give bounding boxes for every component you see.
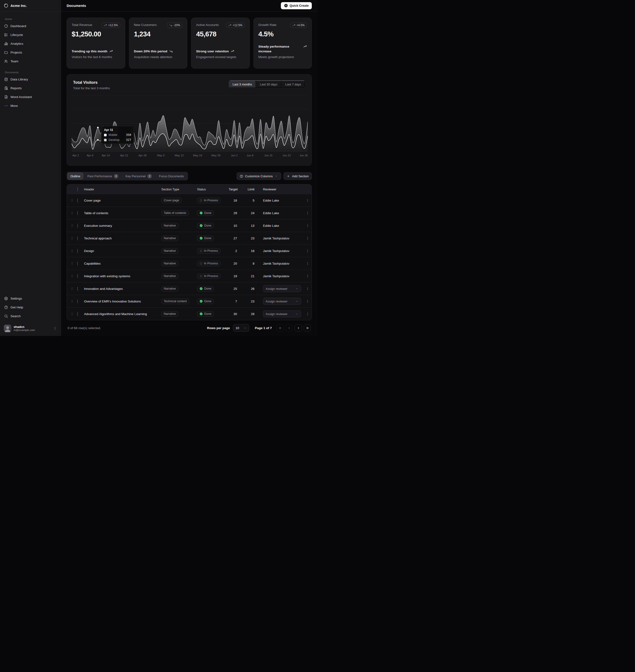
sidebar-item-projects[interactable]: Projects [2,48,59,57]
row-menu-button[interactable] [304,286,311,292]
row-checkbox[interactable] [78,224,78,228]
row-header-cell[interactable]: Overview of EMR's Innovative Solutions [84,299,161,303]
rows-per-page-select[interactable]: 10 [233,324,249,332]
limit-cell[interactable]: 24 [237,211,255,215]
select-all-checkbox[interactable] [78,187,78,191]
limit-cell[interactable]: 26 [237,287,255,291]
row-checkbox[interactable] [78,262,78,266]
target-cell[interactable]: 20 [229,262,237,265]
drag-handle-icon[interactable] [70,312,74,316]
drag-handle-icon[interactable] [70,299,74,303]
target-cell[interactable]: 10 [229,224,237,227]
limit-cell[interactable]: 13 [237,224,255,227]
customize-columns-button[interactable]: Customize Columns [237,172,281,180]
limit-cell[interactable]: 28 [237,312,255,316]
chevron-right-icon [297,326,300,330]
limit-cell[interactable]: 8 [237,262,255,265]
sidebar-item-reports[interactable]: Reports [2,84,59,92]
sidebar-item-analytics[interactable]: Analytics [2,40,59,48]
row-checkbox[interactable] [78,211,78,215]
row-checkbox[interactable] [78,274,78,278]
limit-cell[interactable]: 23 [237,237,255,240]
target-cell[interactable]: 30 [229,312,237,316]
row-menu-button[interactable] [304,223,311,229]
drag-handle-icon[interactable] [70,199,74,202]
row-menu-button[interactable] [304,273,311,279]
target-cell[interactable]: 27 [229,237,237,240]
tab-past-performance[interactable]: Past Performance 3 [84,173,122,180]
drag-handle-icon[interactable] [70,287,74,290]
row-menu-button[interactable] [304,197,311,203]
row-menu-button[interactable] [304,311,311,317]
row-header-cell[interactable]: Advanced Algorithms and Machine Learning [84,312,161,316]
last-page-button[interactable] [304,324,311,332]
target-cell[interactable]: 18 [229,199,237,202]
sidebar-item-dashboard[interactable]: Dashboard [2,22,59,30]
row-header-cell[interactable]: Cover page [84,199,161,202]
row-checkbox[interactable] [78,299,78,304]
quick-create-button[interactable]: Quick Create [281,2,312,9]
lifecycle-icon [4,33,8,37]
range-tab-last-30-days[interactable]: Last 30 days [256,81,282,88]
brand-button[interactable]: Acme Inc. [2,2,29,9]
target-cell[interactable]: 19 [229,274,237,278]
range-tab-last-3-months[interactable]: Last 3 months [229,81,256,88]
target-cell[interactable]: 7 [229,299,237,303]
row-header-cell[interactable]: Capabilities [84,262,161,265]
row-menu-button[interactable] [304,298,311,304]
row-checkbox[interactable] [78,249,78,253]
drag-handle-icon[interactable] [70,262,74,265]
row-header-cell[interactable]: Innovation and Advantages [84,287,161,291]
limit-cell[interactable]: 23 [237,299,255,303]
previous-page-button[interactable] [286,324,293,332]
team-icon [4,59,8,63]
drag-handle-icon[interactable] [70,237,74,240]
row-checkbox[interactable] [78,236,78,240]
tab-focus-documents[interactable]: Focus Documents [156,173,187,180]
row-header-cell[interactable]: Table of contents [84,211,161,215]
assign-reviewer-select[interactable]: Assign reviewer [263,298,301,305]
sidebar-item-more[interactable]: More [2,102,59,110]
sidebar-item-search[interactable]: Search [2,312,59,320]
row-menu-button[interactable] [304,260,311,267]
user-menu[interactable]: shadcn m@example.com [2,323,59,334]
row-checkbox[interactable] [78,287,78,291]
row-header-cell[interactable]: Executive summary [84,224,161,227]
drag-handle-icon[interactable] [70,224,74,227]
sidebar-item-word-assistant[interactable]: Word Assistant [2,93,59,101]
sidebar-item-data-library[interactable]: Data Library [2,75,59,83]
sidebar-item-get-help[interactable]: Get Help [2,303,59,311]
drag-handle-icon[interactable] [70,211,74,215]
assign-reviewer-select[interactable]: Assign reviewer [263,285,301,292]
limit-cell[interactable]: 16 [237,249,255,253]
target-cell[interactable]: 25 [229,287,237,291]
sidebar-item-settings[interactable]: Settings [2,294,59,303]
row-header-cell[interactable]: Technical approach [84,237,161,240]
ellipsis-vertical-icon [306,312,309,316]
limit-cell[interactable]: 21 [237,274,255,278]
limit-cell[interactable]: 5 [237,199,255,202]
area-chart: Apr 2Apr 8Apr 14Apr 21Apr 28May 5May 12M… [72,95,308,158]
assign-reviewer-select[interactable]: Assign reviewer [263,310,301,317]
row-menu-button[interactable] [304,235,311,241]
row-header-cell[interactable]: Design [84,249,161,253]
chevrons-right-icon [306,326,309,330]
target-cell[interactable]: 2 [229,249,237,253]
target-cell[interactable]: 29 [229,211,237,215]
row-checkbox[interactable] [78,312,78,316]
drag-handle-icon[interactable] [70,274,74,278]
row-menu-button[interactable] [304,248,311,254]
row-header-cell[interactable]: Integration with existing systems [84,274,161,278]
sidebar-item-lifecycle[interactable]: Lifecycle [2,31,59,39]
tab-outline[interactable]: Outline [67,173,83,180]
status-badge: Done [197,286,214,291]
row-checkbox[interactable] [78,199,78,202]
row-menu-button[interactable] [304,210,311,216]
first-page-button[interactable] [277,324,284,332]
add-section-button[interactable]: Add Section [283,172,312,180]
range-tab-last-7-days[interactable]: Last 7 days [282,81,305,88]
tab-key-personnel[interactable]: Key Personnel 2 [122,173,155,180]
sidebar-item-team[interactable]: Team [2,57,59,65]
next-page-button[interactable] [294,324,302,332]
drag-handle-icon[interactable] [70,249,74,252]
